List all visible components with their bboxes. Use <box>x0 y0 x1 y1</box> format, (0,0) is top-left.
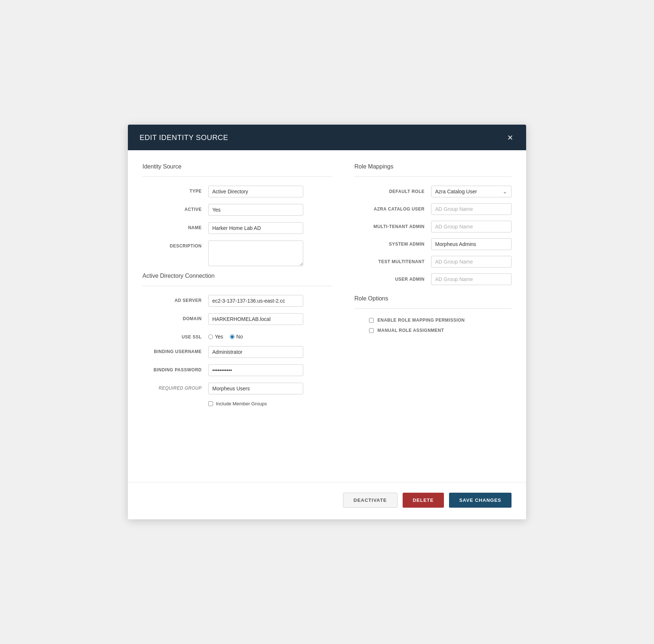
close-button[interactable]: × <box>506 133 514 142</box>
binding-username-label: BINDING USERNAME <box>142 346 208 354</box>
manual-role-assignment-label[interactable]: MANUAL ROLE ASSIGNMENT <box>377 328 444 333</box>
name-row: NAME <box>142 222 332 234</box>
user-admin-input[interactable] <box>431 273 512 285</box>
test-multitenant-label: TEST MULTITENANT <box>354 259 431 264</box>
description-textarea[interactable] <box>208 240 303 266</box>
use-ssl-row: USE SSL Yes No <box>142 332 332 340</box>
binding-password-label: BINDING PASSWORD <box>142 364 208 372</box>
ad-connection-title: Active Directory Connection <box>142 273 332 279</box>
multi-tenant-admin-input[interactable] <box>431 221 512 232</box>
two-col-layout: Identity Source TYPE ACTIVE NAME <box>142 163 512 470</box>
binding-password-input[interactable] <box>208 364 303 376</box>
manual-role-assignment-checkbox[interactable] <box>369 328 374 333</box>
include-member-groups-label[interactable]: Include Member Groups <box>216 401 267 406</box>
domain-input[interactable] <box>208 313 303 325</box>
azra-catalog-user-row: AZRA CATALOG USER <box>354 203 512 215</box>
name-label: NAME <box>142 222 208 230</box>
multi-tenant-admin-label: MULTI-TENANT ADMIN <box>354 224 431 229</box>
name-input[interactable] <box>208 222 303 234</box>
modal-container: EDIT IDENTITY SOURCE × Identity Source T… <box>128 125 526 519</box>
save-changes-button[interactable]: SAVE CHANGES <box>449 493 512 508</box>
test-multitenant-row: TEST MULTITENANT <box>354 256 512 268</box>
ssl-yes-radio[interactable] <box>208 334 213 339</box>
role-mappings-title: Role Mappings <box>354 163 512 170</box>
description-row: DESCRIPTION <box>142 240 332 266</box>
ad-server-row: AD SERVER <box>142 295 332 307</box>
required-group-row: REQUIRED GROUP <box>142 383 332 394</box>
right-column: Role Mappings DEFAULT ROLE Azra Catalog … <box>354 163 512 470</box>
modal-header: EDIT IDENTITY SOURCE × <box>128 125 526 150</box>
section-divider-1 <box>142 177 332 177</box>
type-label: TYPE <box>142 186 208 194</box>
default-role-label: DEFAULT ROLE <box>354 189 431 194</box>
binding-username-input[interactable] <box>208 346 303 358</box>
role-options-title: Role Options <box>354 295 512 302</box>
identity-source-title: Identity Source <box>142 163 332 170</box>
binding-password-row: BINDING PASSWORD <box>142 364 332 376</box>
enable-role-mapping-label[interactable]: ENABLE ROLE MAPPING PERMISSION <box>377 318 465 323</box>
left-column: Identity Source TYPE ACTIVE NAME <box>142 163 332 470</box>
section-divider-2 <box>142 286 332 286</box>
ad-server-label: AD SERVER <box>142 295 208 303</box>
azra-catalog-user-label: AZRA CATALOG USER <box>354 207 431 212</box>
default-role-row: DEFAULT ROLE Azra Catalog User System Ad… <box>354 186 512 197</box>
active-label: ACTIVE <box>142 204 208 212</box>
ssl-yes-label[interactable]: Yes <box>208 334 223 340</box>
azra-catalog-user-input[interactable] <box>431 203 512 215</box>
include-member-groups-checkbox[interactable] <box>208 401 213 406</box>
role-options-section: Role Options ENABLE ROLE MAPPING PERMISS… <box>354 295 512 333</box>
system-admin-label: SYSTEM ADMIN <box>354 242 431 247</box>
manual-role-assignment-row: MANUAL ROLE ASSIGNMENT <box>369 328 512 333</box>
active-input[interactable] <box>208 204 303 216</box>
type-row: TYPE <box>142 186 332 197</box>
ssl-no-label[interactable]: No <box>230 334 243 340</box>
default-role-select-wrapper: Azra Catalog User System Admin User Admi… <box>431 186 512 197</box>
enable-role-mapping-row: ENABLE ROLE MAPPING PERMISSION <box>369 318 512 323</box>
type-input[interactable] <box>208 186 303 197</box>
required-group-label: REQUIRED GROUP <box>142 383 208 391</box>
ad-server-input[interactable] <box>208 295 303 307</box>
system-admin-row: SYSTEM ADMIN <box>354 238 512 250</box>
modal-title: EDIT IDENTITY SOURCE <box>140 133 228 142</box>
use-ssl-label: USE SSL <box>142 332 208 340</box>
modal-footer: DEACTIVATE DELETE SAVE CHANGES <box>128 482 526 519</box>
user-admin-row: USER ADMIN <box>354 273 512 285</box>
ssl-radio-group: Yes No <box>208 332 243 340</box>
enable-role-mapping-checkbox[interactable] <box>369 318 374 323</box>
test-multitenant-input[interactable] <box>431 256 512 268</box>
section-divider-4 <box>354 308 512 309</box>
multi-tenant-admin-row: MULTI-TENANT ADMIN <box>354 221 512 232</box>
domain-row: DOMAIN <box>142 313 332 325</box>
description-label: DESCRIPTION <box>142 240 208 249</box>
include-member-groups-row: Include Member Groups <box>208 401 332 406</box>
deactivate-button[interactable]: DEACTIVATE <box>343 493 398 508</box>
system-admin-input[interactable] <box>431 238 512 250</box>
modal-body: Identity Source TYPE ACTIVE NAME <box>128 150 526 482</box>
domain-label: DOMAIN <box>142 313 208 321</box>
delete-button[interactable]: DELETE <box>403 493 444 508</box>
ssl-no-radio[interactable] <box>230 334 235 339</box>
binding-username-row: BINDING USERNAME <box>142 346 332 358</box>
user-admin-label: USER ADMIN <box>354 277 431 282</box>
active-row: ACTIVE <box>142 204 332 216</box>
section-divider-3 <box>354 177 512 177</box>
required-group-input[interactable] <box>208 383 303 394</box>
default-role-select[interactable]: Azra Catalog User System Admin User Admi… <box>431 186 512 197</box>
